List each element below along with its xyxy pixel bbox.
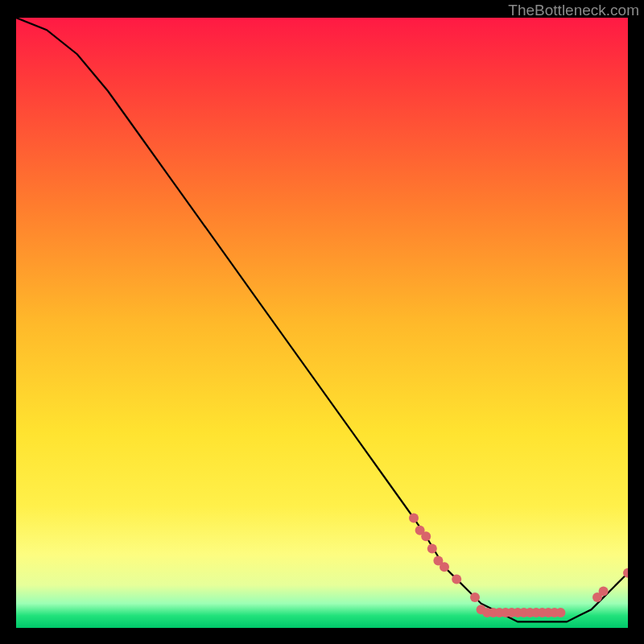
data-point [452,574,461,584]
data-point [555,608,565,617]
chart-svg [16,18,628,628]
data-point [409,514,419,523]
watermark-text: TheBottleneck.com [508,2,639,19]
data-point [440,562,449,572]
data-point [599,587,609,597]
data-point [421,531,431,541]
plot-area [16,18,628,628]
chart-container: TheBottleneck.com [0,0,644,644]
marker-group [409,514,628,617]
bottleneck-curve [16,18,628,621]
data-point [427,544,437,554]
data-point [470,592,480,602]
